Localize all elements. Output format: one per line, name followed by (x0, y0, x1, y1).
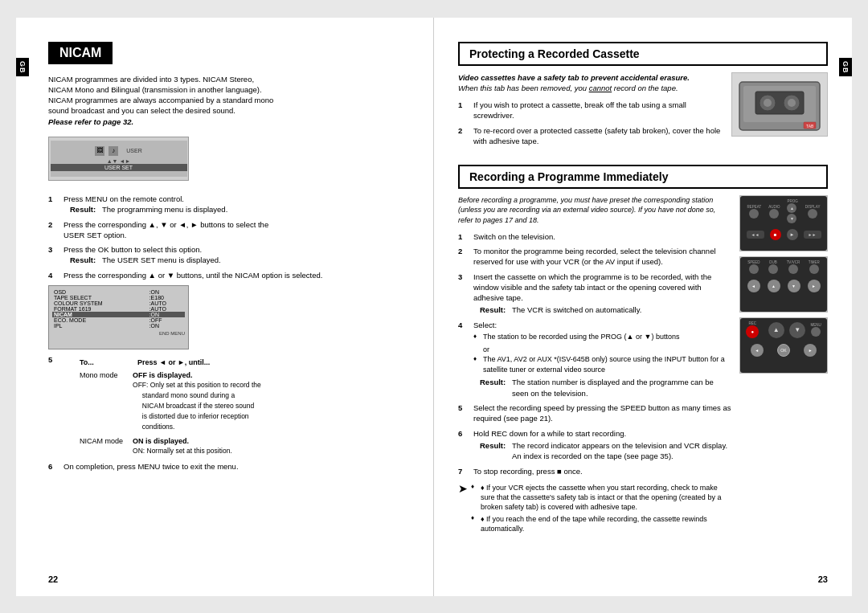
step-6-content: On completion, press MENU twice to exit … (63, 461, 409, 472)
vcr-panel-2: SPEED DUB TV/VCR (739, 256, 828, 313)
protect-step-1-content: If you wish to protect a cassette, break… (473, 100, 723, 121)
screen-mockup-2: OSD:ON TAPE SELECT:E180 COLOUR SYSTEM:AU… (48, 285, 189, 349)
left-page: GB NICAM NICAM programmes are divided in… (16, 18, 434, 596)
step-1-num: 1 (48, 194, 61, 204)
protect-step-2-content: To re-record over a protected cassette (… (473, 125, 723, 147)
step-6-num: 6 (48, 461, 61, 472)
protect-header: Protecting a Recorded Cassette (458, 42, 828, 66)
protect-title: Protecting a Recorded Cassette (469, 47, 817, 60)
step5-table: To... Press ◄ or ►, until... Mono mode O… (76, 357, 264, 457)
svg-text:TAB: TAB (806, 124, 814, 129)
right-page-num: 23 (818, 574, 828, 584)
step-2-content: Press the corresponding ▲, ▼ or ◄, ► but… (63, 219, 409, 241)
screen-bar-1: USER SET (51, 164, 187, 171)
step-5-content: To... Press ◄ or ►, until... Mono mode O… (63, 354, 409, 457)
arrow-notes: ➤ ♦ ♦ If your VCR ejects the cassette wh… (458, 483, 731, 537)
protect-step-1-num: 1 (458, 100, 471, 110)
protect-steps: 1 If you wish to protect a cassette, bre… (458, 100, 723, 146)
recording-title: Recording a Programme Immediately (469, 170, 817, 183)
step-5-num: 5 (48, 354, 61, 365)
protect-section: Protecting a Recorded Cassette Video cas… (458, 42, 828, 151)
screen-mockup-1: 🖼 ♪ USER ▲▼ ◄► USER SET (48, 137, 189, 181)
recording-section: Recording a Programme Immediately Before… (458, 165, 828, 536)
vcr-panel-3: REC ● ▲ ▼ (739, 317, 828, 374)
protect-intro-1: Video cassettes have a safety tab to pre… (458, 72, 723, 94)
cassette-svg: TAB (735, 74, 824, 134)
steps-list: 1 Press MENU on the remote control. Resu… (48, 194, 409, 280)
recording-header: Recording a Programme Immediately (458, 165, 828, 189)
step-2-num: 2 (48, 219, 61, 230)
step-4-content: Press the corresponding ▲ or ▼ buttons, … (63, 270, 409, 280)
nicam-title: NICAM (48, 42, 113, 64)
steps-list-5: 5 To... Press ◄ or ►, until... Mono mode… (48, 354, 409, 472)
left-page-num: 22 (48, 574, 58, 584)
vcr-panel-1: REPEAT AUDIO PROG ▲ (739, 195, 828, 251)
photo-icon: 🖼 (95, 146, 104, 156)
svg-point-6 (788, 99, 796, 107)
cassette-image: TAB (731, 72, 828, 137)
intro-text: NICAM programmes are divided into 3 type… (48, 74, 409, 127)
recording-steps: 1 Switch on the television. 2 To monitor… (458, 231, 731, 476)
svg-point-4 (764, 99, 772, 107)
right-page: GB Protecting a Recorded Cassette Video … (434, 18, 852, 596)
step-1-content: Press MENU on the remote control. Result… (63, 194, 409, 215)
vcr-controls: REPEAT AUDIO PROG ▲ (739, 195, 828, 374)
step-4-num: 4 (48, 270, 61, 280)
protect-step-2-num: 2 (458, 125, 471, 136)
gb-tab-right: GB (839, 58, 852, 77)
step-3-num: 3 (48, 244, 61, 255)
audio-icon: ♪ (108, 146, 118, 156)
page-spread: GB NICAM NICAM programmes are divided in… (16, 18, 852, 596)
step-3-content: Press the OK button to select this optio… (63, 244, 409, 266)
gb-tab-left: GB (16, 58, 29, 77)
screen-table: OSD:ON TAPE SELECT:E180 COLOUR SYSTEM:AU… (52, 289, 185, 329)
warning-text: Before recording a programme, you must h… (458, 195, 731, 224)
